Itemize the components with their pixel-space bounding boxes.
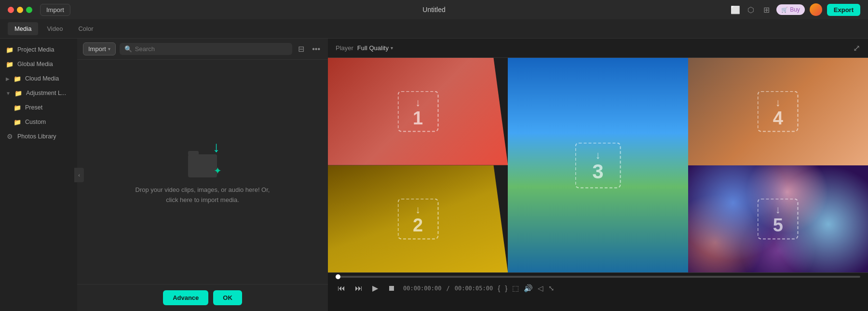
titlebar: Import Untitled ⬜ ⬡ ⊞ Buy Export <box>0 0 868 19</box>
bracket-out-icon[interactable]: } <box>505 284 507 292</box>
sidebar-item-label: Custom <box>25 119 46 125</box>
sidebar-item-global-media[interactable]: 📁 Global Media <box>0 57 77 71</box>
drop-zone-5: ↓ 5 <box>758 198 799 239</box>
drop-zone-3: ↓ 3 <box>575 142 621 188</box>
drop-zone-2: ↓ 2 <box>397 198 438 239</box>
sidebar-item-label: Global Media <box>17 61 53 68</box>
sidebar-item-cloud-media[interactable]: ▶ 📁 Cloud Media <box>0 71 77 86</box>
cell-number: 5 <box>773 216 783 234</box>
sidebar-collapse-button[interactable]: ‹ <box>74 168 84 182</box>
fullscreen-toggle-icon[interactable]: ⤡ <box>548 284 555 293</box>
sidebar-item-custom[interactable]: 📁 Custom <box>0 115 77 129</box>
video-preview: ↓ 1 ↓ 2 ↓ 3 <box>328 58 868 272</box>
bottom-buttons: Advance OK <box>77 284 328 311</box>
main-content: 📁 Project Media 📁 Global Media ▶ 📁 Cloud… <box>0 39 868 311</box>
filter-icon[interactable]: ⊟ <box>296 42 306 55</box>
drop-zone-1: ↓ 1 <box>397 91 438 132</box>
search-input[interactable] <box>135 45 287 53</box>
video-cell-3: ↓ 3 <box>508 58 688 272</box>
sidebar-item-adjustment-lib[interactable]: ▼ 📁 Adjustment L... <box>0 86 77 100</box>
right-panel: Player Full Quality ⤢ ↓ 1 ↓ <box>328 39 868 311</box>
cloud-icon[interactable]: ⬡ <box>746 4 756 15</box>
folder-icon: 📁 <box>14 104 21 111</box>
controls-row: ⏮ ⏭ ▶ ⏹ 00:00:00:00 / 00:00:05:00 { } ⬚ … <box>336 282 860 295</box>
search-icon: 🔍 <box>124 45 132 53</box>
play-button[interactable]: ▶ <box>370 282 380 295</box>
minimize-button[interactable] <box>17 7 23 13</box>
folder-icon: 📁 <box>14 75 21 82</box>
drop-zone-icon: ↓ ✦ <box>183 139 222 177</box>
quality-selector[interactable]: Full Quality <box>357 44 393 52</box>
rewind-button[interactable]: ⏮ <box>336 282 347 295</box>
playback-bar: ⏮ ⏭ ▶ ⏹ 00:00:00:00 / 00:00:05:00 { } ⬚ … <box>328 272 868 311</box>
tab-media[interactable]: Media <box>8 22 38 35</box>
video-cell-1: ↓ 1 <box>328 58 508 165</box>
search-box[interactable]: 🔍 <box>120 43 292 55</box>
cell-number: 1 <box>413 108 423 127</box>
cell-number: 2 <box>413 216 423 234</box>
folder-icon: 📁 <box>14 89 22 97</box>
media-panel: Import 🔍 ⊟ ••• ↓ ✦ Drop your video clips… <box>77 39 328 311</box>
sidebar-item-photos-library[interactable]: ⚙ Photos Library <box>0 129 77 144</box>
folder-icon: 📁 <box>6 46 14 54</box>
more-options-icon[interactable]: ••• <box>310 43 322 55</box>
arrow-down-icon: ↓ <box>415 96 420 108</box>
arrow-down-icon: ↓ <box>595 149 600 162</box>
close-button[interactable] <box>8 7 14 13</box>
window-title: Untitled <box>422 6 445 14</box>
titlebar-right: ⬜ ⬡ ⊞ Buy Export <box>730 3 860 16</box>
fullscreen-icon[interactable]: ⤢ <box>853 43 860 54</box>
import-topbar-button[interactable]: Import <box>40 4 70 16</box>
traffic-lights <box>8 7 32 13</box>
grid-icon[interactable]: ⊞ <box>761 4 772 15</box>
sidebar-item-label: Cloud Media <box>25 75 59 82</box>
frame-icon[interactable]: ⬚ <box>512 284 519 293</box>
player-label: Player <box>336 44 353 52</box>
tab-video[interactable]: Video <box>40 22 69 35</box>
timecode-current: 00:00:00:00 <box>403 285 441 292</box>
gear-icon: ⚙ <box>6 133 14 140</box>
drop-zone[interactable]: ↓ ✦ Drop your video clips, images, or au… <box>77 60 328 284</box>
buy-button[interactable]: Buy <box>776 4 805 15</box>
advance-button[interactable]: Advance <box>163 290 208 305</box>
sidebar-item-preset[interactable]: 📁 Preset <box>0 100 77 115</box>
right-controls: 00:00:00:00 / 00:00:05:00 { } ⬚ 🔊 ◁ ⤡ <box>403 284 555 293</box>
sidebar-item-label: Photos Library <box>17 133 56 140</box>
sidebar-item-project-media[interactable]: 📁 Project Media <box>0 42 77 57</box>
arrow-down-icon: ↓ <box>775 96 781 108</box>
ok-button[interactable]: OK <box>213 290 242 305</box>
maximize-button[interactable] <box>26 7 32 13</box>
sidebar: 📁 Project Media 📁 Global Media ▶ 📁 Cloud… <box>0 39 77 311</box>
folder-icon: 📁 <box>6 60 14 68</box>
timecode-separator: / <box>446 285 449 292</box>
volume-icon[interactable]: ◁ <box>538 284 543 293</box>
video-cell-5: ↓ 5 <box>688 165 868 273</box>
chevron-right-icon: ▶ <box>6 76 10 81</box>
drop-zone-text: Drop your video clips, images, or audio … <box>136 185 270 205</box>
arrow-down-icon: ↓ <box>415 203 420 216</box>
tab-color[interactable]: Color <box>71 22 100 35</box>
drop-zone-4: ↓ 4 <box>758 91 799 132</box>
import-dropdown-button[interactable]: Import <box>83 42 116 55</box>
titlebar-left: Import <box>8 4 70 16</box>
bracket-in-icon[interactable]: { <box>498 284 500 292</box>
arrow-down-icon: ↓ <box>775 203 781 216</box>
timecode-total: 00:00:05:00 <box>455 285 493 292</box>
chevron-down-icon: ▼ <box>6 91 11 96</box>
export-button[interactable]: Export <box>827 4 860 16</box>
monitor-icon[interactable]: ⬜ <box>730 4 741 15</box>
step-forward-button[interactable]: ⏭ <box>353 282 365 295</box>
audio-icon[interactable]: 🔊 <box>524 284 533 293</box>
sidebar-item-label: Preset <box>25 104 42 111</box>
video-cell-4: ↓ 4 <box>688 58 868 165</box>
tabbar: Media Video Color <box>0 19 868 39</box>
progress-dot[interactable] <box>336 274 340 279</box>
video-cell-2: ↓ 2 <box>328 165 508 273</box>
avatar[interactable] <box>810 3 822 16</box>
folder-icon: 📁 <box>14 118 21 126</box>
cell-number: 4 <box>773 108 783 127</box>
progress-track[interactable] <box>336 276 860 278</box>
stop-button[interactable]: ⏹ <box>386 282 397 295</box>
sidebar-item-label: Adjustment L... <box>26 90 66 96</box>
cell-number: 3 <box>592 162 603 182</box>
